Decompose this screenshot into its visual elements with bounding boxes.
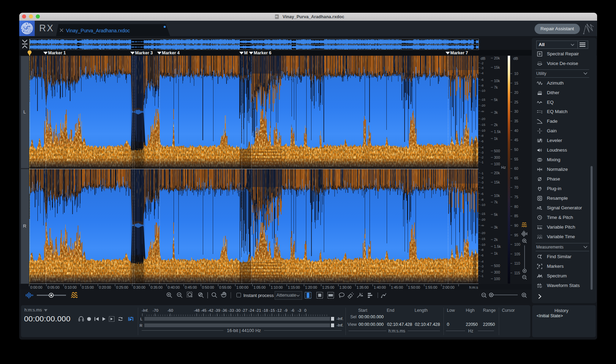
svg-text:2:00:00: 2:00:00 — [442, 285, 454, 289]
svg-text:0:45:00: 0:45:00 — [185, 285, 197, 289]
svg-text:0:50:00: 0:50:00 — [202, 285, 214, 289]
svg-text:1:45:00: 1:45:00 — [391, 285, 403, 289]
svg-text:1:35:00: 1:35:00 — [356, 285, 368, 289]
svg-text:1:40:00: 1:40:00 — [374, 285, 386, 289]
svg-text:1:00:00: 1:00:00 — [236, 285, 249, 289]
svg-text:0:00:00: 0:00:00 — [30, 285, 42, 289]
svg-text:0:20:00: 0:20:00 — [99, 285, 111, 289]
svg-text:0:25:00: 0:25:00 — [116, 285, 128, 289]
svg-text:1:05:00: 1:05:00 — [254, 285, 266, 289]
svg-text:1:55:00: 1:55:00 — [425, 285, 437, 289]
svg-text:0:40:00: 0:40:00 — [168, 285, 180, 289]
svg-text:0:15:00: 0:15:00 — [82, 285, 94, 289]
svg-text:0:55:00: 0:55:00 — [219, 285, 231, 289]
svg-text:1:30:00: 1:30:00 — [339, 285, 351, 289]
svg-text:1:20:00: 1:20:00 — [305, 285, 317, 289]
svg-text:h:m:s: h:m:s — [469, 285, 478, 289]
svg-text:1:50:00: 1:50:00 — [408, 285, 420, 289]
svg-text:1:25:00: 1:25:00 — [322, 285, 334, 289]
svg-text:0:05:00: 0:05:00 — [47, 285, 59, 289]
svg-text:0:30:00: 0:30:00 — [133, 285, 145, 289]
svg-text:0:10:00: 0:10:00 — [65, 285, 77, 289]
svg-text:0:35:00: 0:35:00 — [151, 285, 163, 289]
svg-text:1:10:00: 1:10:00 — [271, 285, 283, 289]
svg-text:1:15:00: 1:15:00 — [288, 285, 300, 289]
